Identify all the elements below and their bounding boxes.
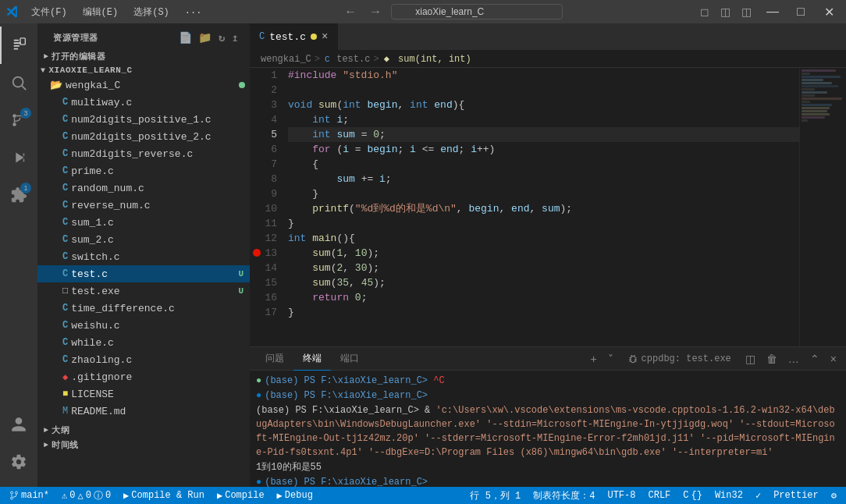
panel-tab-actions: + ˅ cppdbg: test.exe ◫ 🗑 … ⌃ × bbox=[587, 351, 840, 367]
breadcrumb-testc[interactable]: C test.c bbox=[323, 54, 370, 65]
menu-edit[interactable]: 编辑(E) bbox=[76, 4, 125, 20]
activity-item-search[interactable] bbox=[0, 64, 37, 101]
mm-line-9 bbox=[802, 94, 815, 97]
status-language[interactable]: C {} bbox=[680, 487, 706, 504]
code-line-4: int i; bbox=[288, 112, 799, 127]
maximize-button[interactable]: □ bbox=[790, 3, 812, 20]
spaces-text: 制表符长度：4 bbox=[533, 489, 595, 502]
code-content[interactable]: #include "stdio.h" void sum(int begin, i… bbox=[285, 68, 799, 346]
status-formatter[interactable]: Prettier bbox=[770, 487, 822, 504]
fn-sum: sum bbox=[318, 98, 336, 112]
file-num2digits2[interactable]: C num2digits_positive_2.c bbox=[37, 128, 250, 145]
file-timediff-label: time_difference.c bbox=[71, 303, 250, 314]
file-license[interactable]: ■ LICENSE bbox=[37, 385, 250, 403]
menu-file[interactable]: 文件(F) bbox=[25, 4, 73, 20]
file-testexe[interactable]: □ test.exe U bbox=[37, 282, 250, 300]
file-sum2[interactable]: C sum_2.c bbox=[37, 231, 250, 248]
file-license-label: LICENSE bbox=[71, 389, 250, 400]
menu-more[interactable]: ... bbox=[179, 4, 208, 20]
ln-6: 6 bbox=[253, 142, 277, 157]
folder-wengkai[interactable]: 📂 wengkai_C bbox=[37, 76, 250, 94]
file-sum1[interactable]: C sum_1.c bbox=[37, 214, 250, 231]
brace2: } bbox=[312, 186, 318, 201]
nav-forward-button[interactable]: → bbox=[366, 3, 385, 20]
file-reverse[interactable]: C reverse_num.c bbox=[37, 197, 250, 214]
panel-tab-terminal[interactable]: 终端 bbox=[293, 347, 331, 371]
file-readme[interactable]: M README.md bbox=[37, 403, 250, 420]
paren10: ( bbox=[331, 261, 337, 275]
file-timediff[interactable]: C time_difference.c bbox=[37, 300, 250, 317]
encoding-text: UTF-8 bbox=[607, 490, 635, 501]
status-git-branch[interactable]: main* bbox=[6, 487, 52, 504]
panel-trash-button[interactable]: 🗑 bbox=[763, 351, 780, 367]
file-num2digits1[interactable]: C num2digits_positive_1.c bbox=[37, 111, 250, 128]
status-compile-run[interactable]: ▶ Compile & Run bbox=[120, 487, 208, 504]
panel-tab-ports[interactable]: 端口 bbox=[331, 347, 368, 371]
panel-split-button[interactable]: ◫ bbox=[742, 351, 759, 367]
code-line-9: } bbox=[288, 186, 799, 201]
file-gitignore[interactable]: ◆ .gitignore bbox=[37, 368, 250, 385]
code-line-7: { bbox=[288, 157, 799, 172]
new-folder-icon[interactable]: 📁 bbox=[197, 30, 214, 46]
search-icon bbox=[10, 74, 27, 91]
status-arch[interactable]: Win32 bbox=[712, 487, 746, 504]
file-prime[interactable]: C prime.c bbox=[37, 162, 250, 179]
outline-collapse[interactable]: ► 大纲 bbox=[37, 423, 250, 438]
activity-item-run[interactable] bbox=[0, 139, 37, 176]
open-editors-collapse[interactable]: ► 打开的编辑器 bbox=[37, 49, 250, 64]
file-multiway[interactable]: C multiway.c bbox=[37, 94, 250, 111]
panel-tab-problems[interactable]: 问题 bbox=[256, 347, 293, 371]
term-prompt-1: ● bbox=[256, 374, 261, 388]
search-input[interactable] bbox=[391, 4, 563, 20]
activity-item-account[interactable] bbox=[0, 406, 37, 443]
breadcrumb-func[interactable]: ◆ sum(int, int) bbox=[382, 53, 473, 65]
file-zhaoling[interactable]: C zhaoling.c bbox=[37, 351, 250, 368]
panel-more-button[interactable]: … bbox=[785, 351, 802, 367]
sidebar-title: 资源管理器 bbox=[53, 32, 98, 44]
panel-maximize-button[interactable]: ⌃ bbox=[807, 351, 823, 367]
layout-icon-btn[interactable]: ◻ bbox=[696, 4, 713, 20]
sidebar-icon-btn[interactable]: ◫ bbox=[738, 4, 755, 20]
panel-add-button[interactable]: + bbox=[587, 351, 599, 367]
file-weishu[interactable]: C weishu.c bbox=[37, 317, 250, 334]
status-errors[interactable]: ⚠ 0 △ 0 ⓘ 0 bbox=[59, 487, 114, 504]
status-position[interactable]: 行 5，列 1 bbox=[467, 487, 524, 504]
activity-item-scm[interactable]: 3 bbox=[0, 101, 37, 139]
menu-select[interactable]: 选择(S) bbox=[127, 4, 176, 20]
sidebar-header-icons: 📄 📁 ↻ ↥ bbox=[177, 30, 240, 46]
status-settings-btn[interactable]: ⚙ bbox=[828, 487, 840, 504]
ln-4: 4 bbox=[253, 112, 277, 127]
close-button[interactable]: ✕ bbox=[818, 3, 840, 20]
activity-item-extensions[interactable]: 1 bbox=[0, 176, 37, 214]
file-while[interactable]: C while.c bbox=[37, 334, 250, 351]
tab-close-button[interactable]: × bbox=[322, 30, 328, 43]
status-line-ending[interactable]: CRLF bbox=[645, 487, 674, 504]
file-test[interactable]: C test.c U bbox=[37, 265, 250, 282]
collapse-icon[interactable]: ↥ bbox=[230, 30, 240, 46]
activity-item-settings[interactable] bbox=[0, 443, 37, 481]
minimize-button[interactable]: — bbox=[762, 3, 784, 20]
status-compile[interactable]: ▶ Compile bbox=[214, 487, 268, 504]
new-file-icon[interactable]: 📄 bbox=[177, 30, 194, 46]
activity-item-explorer[interactable] bbox=[0, 27, 37, 64]
param-end: end bbox=[434, 98, 452, 112]
paren8: ( bbox=[331, 246, 337, 261]
project-folder-collapse[interactable]: ▼ XIAOXIE_LEARN_C bbox=[37, 64, 250, 76]
timeline-collapse[interactable]: ► 时间线 bbox=[37, 438, 250, 453]
status-check-icon[interactable]: ✓ bbox=[752, 487, 764, 504]
int-kw3: int bbox=[312, 112, 336, 127]
file-switch[interactable]: C switch.c bbox=[37, 248, 250, 265]
debug-play-icon: ▶ bbox=[277, 490, 283, 502]
tab-testc[interactable]: C test.c × bbox=[250, 23, 338, 50]
refresh-icon[interactable]: ↻ bbox=[217, 30, 227, 46]
status-spaces[interactable]: 制表符长度：4 bbox=[530, 487, 598, 504]
panel-dropdown-button[interactable]: ˅ bbox=[605, 351, 617, 367]
panel-close-button[interactable]: × bbox=[827, 351, 840, 367]
breadcrumb-wengkai[interactable]: wengkai_C bbox=[261, 54, 311, 65]
status-debug[interactable]: ▶ Debug bbox=[274, 487, 316, 504]
nav-back-button[interactable]: ← bbox=[341, 3, 360, 20]
split-icon-btn[interactable]: ◫ bbox=[716, 4, 734, 20]
status-encoding[interactable]: UTF-8 bbox=[604, 487, 638, 504]
file-random[interactable]: C random_num.c bbox=[37, 179, 250, 197]
file-num2reverse[interactable]: C num2digits_reverse.c bbox=[37, 145, 250, 162]
